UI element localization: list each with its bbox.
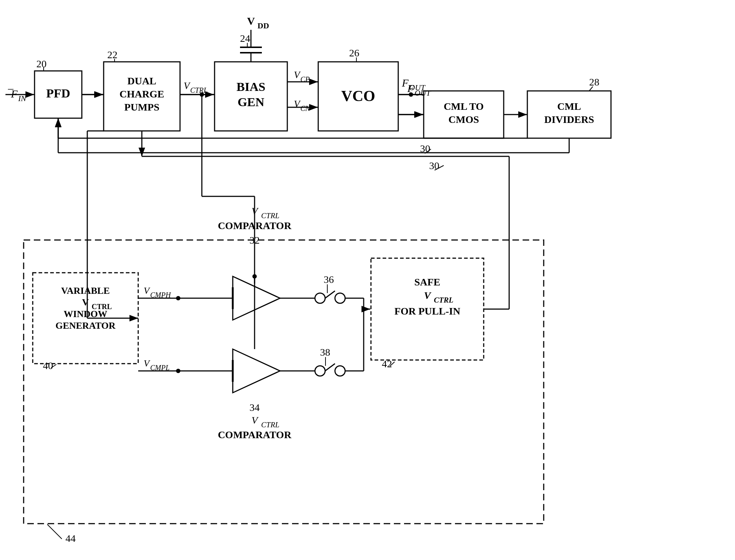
cml-cmos-label-2: CMOS	[448, 114, 479, 125]
biasgen-label-2: GEN	[237, 95, 264, 109]
svg-point-70	[361, 307, 366, 311]
fout-sub-main: OUT	[409, 83, 426, 92]
ref-20: 20	[36, 58, 47, 69]
vctrl-comp-upper-sub1: CTRL	[261, 211, 279, 220]
vcmph-sub: CMPH	[150, 291, 171, 299]
vvar-label-4: GENERATOR	[55, 320, 115, 331]
vdd-sub: DD	[257, 21, 269, 30]
ref-28: 28	[589, 76, 599, 88]
vco-label: VCO	[341, 88, 375, 104]
vvar-label-2: V	[82, 297, 89, 308]
safe-label-1: SAFE	[414, 276, 440, 288]
ref-22: 22	[107, 49, 117, 60]
biasgen-label-1: BIAS	[236, 80, 265, 93]
svg-point-57	[315, 366, 325, 376]
cml-cmos-label-1: CML TO	[444, 101, 484, 112]
vdd-label: V	[247, 15, 255, 27]
dcp-label-3: PUMPS	[124, 101, 159, 113]
vctrl-comp-lower-text: COMPARATOR	[218, 429, 292, 440]
vvar-label-1: VARIABLE	[61, 285, 110, 296]
cml-div-label-2: DIVIDERS	[544, 114, 594, 125]
vctrl-sub: CTRL	[190, 86, 208, 94]
safe-label-v: V	[424, 290, 432, 301]
svg-point-48	[176, 369, 180, 373]
safe-label-2: FOR PULL-IN	[394, 305, 460, 317]
ref-30-label: 30	[429, 160, 439, 171]
cml-div-label-1: CML	[557, 101, 581, 112]
fout-label-main: F	[402, 77, 409, 89]
vctrl-comp-lower-sub1: CTRL	[261, 420, 279, 429]
ref-36: 36	[324, 274, 334, 285]
vcn-sub: CN	[300, 104, 311, 112]
dcp-label-1: DUAL	[127, 75, 156, 87]
vctrl-comp-lower-v: V	[251, 415, 259, 426]
svg-point-58	[335, 366, 345, 376]
svg-point-46	[176, 296, 180, 300]
svg-point-53	[315, 293, 325, 303]
ref-24: 24	[240, 33, 250, 44]
safe-label-vsub: CTRL	[434, 296, 454, 304]
dcp-label-2: CHARGE	[120, 88, 164, 100]
circuit-diagram: PFD 20 DUAL CHARGE PUMPS 22 BIAS GEN 24 …	[0, 0, 735, 560]
vctrl-comp-lower-ref: 34	[249, 402, 260, 413]
ref-44: 44	[65, 533, 76, 544]
ref-26: 26	[349, 47, 359, 59]
vcmpl-sub: CMPL	[150, 364, 169, 372]
svg-point-54	[335, 293, 345, 303]
pfd-label: PFD	[46, 87, 70, 100]
ref-42: 42	[382, 358, 392, 369]
ref-40: 40	[43, 360, 53, 371]
fin-dash: –	[8, 82, 14, 94]
fin-sub: IN	[18, 94, 27, 103]
ref-38: 38	[320, 347, 330, 358]
